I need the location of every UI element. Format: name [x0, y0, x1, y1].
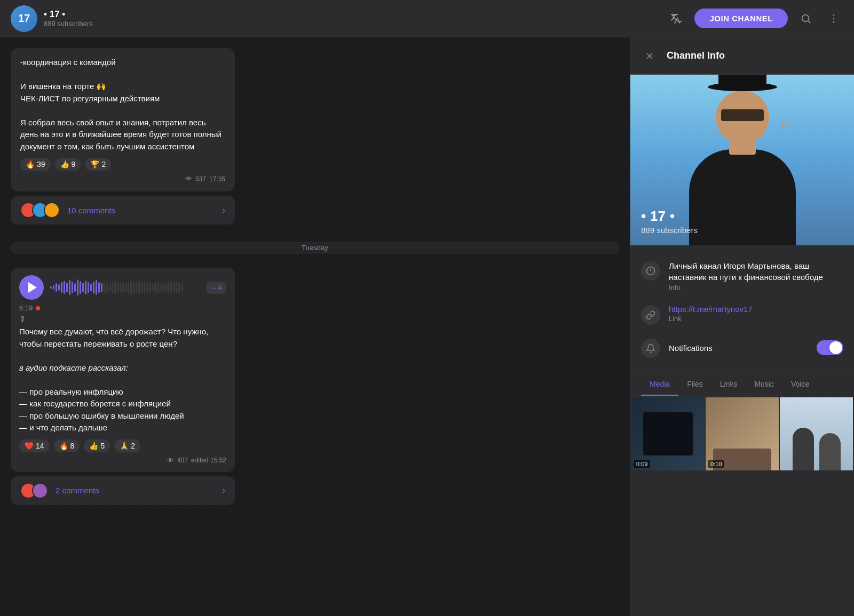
play-button[interactable] [19, 275, 44, 300]
neck-tattoo: 17 [781, 120, 789, 129]
audio-message-time: edited 15:52 [191, 457, 226, 464]
message-time: 17:35 [209, 175, 225, 183]
right-panel: Channel Info [630, 37, 854, 616]
reaction-trophy[interactable]: 🏆 2 [85, 158, 111, 171]
sunglasses [721, 109, 764, 121]
header-name-block: • 17 • 889 subscribers [44, 9, 93, 28]
info-link-item: https://t.me/martynov17 Link [641, 298, 843, 331]
subscriber-count: 889 subscribers [44, 20, 93, 28]
message-meta: 👁 537 17:35 [20, 175, 225, 183]
chat-background: -координация с командой И вишенка на тор… [0, 37, 630, 616]
media-thumb-2[interactable]: 0:10 [706, 397, 779, 470]
media-grid: 0:09 0:10 [630, 396, 854, 616]
audio-waveform [50, 278, 200, 297]
channel-name-text: • 17 • [44, 9, 65, 20]
translate-button[interactable] [667, 9, 686, 28]
audio-duration: 6:19 [19, 304, 33, 312]
panel-header: Channel Info [630, 37, 854, 75]
info-description-text: Личный канал Игоря Мартынова, ваш настав… [669, 260, 843, 283]
media-duration-2: 0:10 [708, 460, 724, 468]
media-thumb-1[interactable]: 0:09 [631, 397, 705, 470]
comments-arrow-icon-2: › [222, 485, 225, 496]
info-description-item: Личный канал Игоря Мартынова, ваш настав… [641, 254, 843, 298]
profile-badge: • 17 • 889 subscribers [641, 208, 698, 235]
info-link-url[interactable]: https://t.me/martynov17 [669, 305, 843, 314]
panel-subscriber-count: 889 subscribers [641, 226, 698, 235]
media-duration-1: 0:09 [634, 460, 650, 468]
info-description-icon [641, 261, 660, 281]
audio-time-row: 6:19 [19, 304, 226, 312]
views-icon: 👁 [185, 175, 192, 183]
tab-files[interactable]: Files [678, 373, 711, 396]
audio-player-row: →A [19, 275, 226, 300]
notifications-item: Notifications [641, 331, 843, 364]
header-left: 17 • 17 • 889 subscribers [11, 5, 667, 32]
tab-media[interactable]: Media [641, 373, 678, 396]
comments-label-1: 10 comments [67, 206, 115, 215]
recording-dot [36, 306, 40, 310]
reactions-row: 🔥 39 👍 9 🏆 2 [20, 158, 225, 171]
message-text: -координация с командой И вишенка на тор… [20, 57, 225, 153]
join-channel-button[interactable]: JOIN CHANNEL [694, 9, 788, 28]
toggle-knob [829, 341, 842, 354]
comment-avatars-2 [20, 483, 44, 499]
panel-dot-2: • [670, 208, 675, 225]
tab-links[interactable]: Links [711, 373, 746, 396]
hat-top [718, 75, 766, 85]
view-count: 537 [195, 175, 206, 183]
header: 17 • 17 • 889 subscribers JOIN CHANNEL [0, 0, 854, 37]
panel-number: 17 [650, 208, 666, 225]
media-thumb-3[interactable] [780, 397, 853, 470]
chat-area[interactable]: -координация с командой И вишенка на тор… [0, 37, 630, 616]
comment-avatar-5 [32, 483, 48, 499]
reaction-pray[interactable]: 🙏 2 [114, 439, 140, 452]
reaction-thumbs-2[interactable]: 👍 5 [84, 439, 110, 452]
tab-music[interactable]: Music [746, 373, 782, 396]
audio-message-meta: 👁 407 edited 15:52 [19, 457, 226, 465]
panel-close-button[interactable] [641, 47, 658, 65]
svg-point-0 [802, 14, 809, 21]
info-description-label: Info [669, 284, 843, 292]
reaction-fire[interactable]: 🔥 39 [20, 158, 51, 171]
reaction-heart[interactable]: ❤️ 14 [19, 439, 50, 452]
person-torso: 17 [689, 149, 796, 245]
info-link-label: Link [669, 315, 843, 323]
more-button[interactable] [824, 9, 843, 28]
audio-message-text: Почему все думают, что всё дорожает? Что… [19, 326, 226, 434]
message-card: -координация с командой И вишенка на тор… [11, 48, 235, 191]
svg-point-2 [833, 18, 835, 19]
person-head [716, 91, 769, 144]
info-link-icon [641, 306, 660, 325]
panel-channel-name: • 17 • [641, 208, 698, 225]
header-actions: JOIN CHANNEL [667, 9, 843, 28]
tab-voice[interactable]: Voice [782, 373, 818, 396]
svg-point-1 [833, 14, 835, 16]
audio-views-icon: 👁 [167, 457, 174, 465]
profile-image: 17 • 17 • 889 subscribers [630, 75, 854, 245]
search-button[interactable] [796, 9, 816, 28]
comment-avatar-3 [44, 202, 60, 218]
reaction-fire-2[interactable]: 🔥 8 [54, 439, 80, 452]
translate-audio-button[interactable]: →A [206, 282, 226, 294]
comments-left-2: 2 comments [20, 483, 99, 499]
comments-left: 10 comments [20, 202, 115, 218]
info-description-content: Личный канал Игоря Мартынова, ваш настав… [669, 260, 843, 292]
comment-avatars [20, 202, 56, 218]
notifications-toggle[interactable] [817, 340, 843, 355]
avatar[interactable]: 17 [11, 5, 37, 32]
speaker-indicator: 🎙 [19, 315, 226, 324]
panel-dot-1: • [641, 208, 646, 225]
comments-row-2[interactable]: 2 comments › [11, 476, 235, 505]
info-section: Личный канал Игоря Мартынова, ваш настав… [630, 245, 854, 373]
date-wrapper: Tuesday [11, 233, 619, 262]
play-icon [28, 282, 37, 293]
audio-reactions-row: ❤️ 14 🔥 8 👍 5 🙏 2 [19, 439, 226, 452]
reaction-thumbs-up[interactable]: 👍 9 [55, 158, 81, 171]
notifications-icon [641, 339, 660, 358]
panel-title: Channel Info [667, 50, 725, 61]
comments-row-1[interactable]: 10 comments › [11, 196, 235, 225]
date-separator: Tuesday [11, 242, 619, 254]
comments-label-2: 2 comments [56, 486, 99, 495]
comments-arrow-icon: › [222, 205, 225, 216]
audio-view-count: 407 [177, 457, 188, 464]
